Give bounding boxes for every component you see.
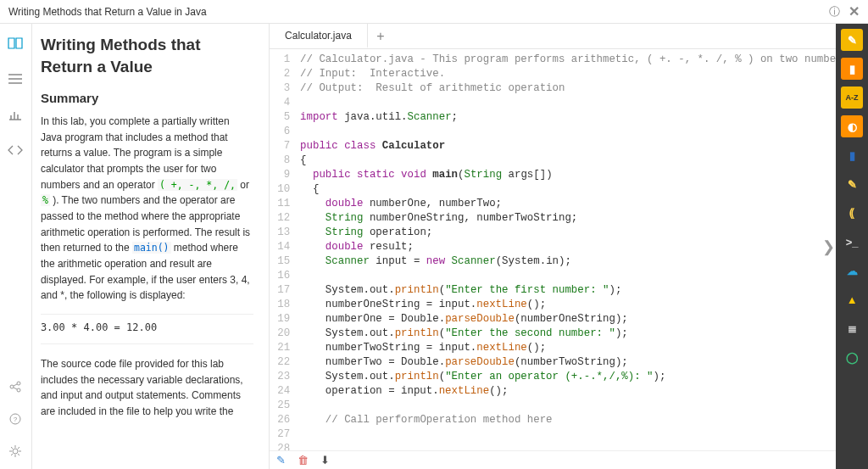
svg-point-1 <box>10 385 14 388</box>
tool-button[interactable]: ◐ <box>841 115 863 137</box>
help-icon[interactable]: ? <box>8 411 23 427</box>
tool-button[interactable]: ≣ <box>841 317 863 339</box>
source-paragraph: The source code file provided for this l… <box>41 356 253 419</box>
svg-point-2 <box>17 388 20 392</box>
editor-pane: Calculator.java + 1234567891011121314151… <box>269 24 836 469</box>
edit-icon[interactable]: ✎ <box>276 454 286 466</box>
example-output: 3.00 * 4.00 = 12.00 <box>41 314 253 344</box>
svg-point-0 <box>17 382 20 385</box>
summary-heading: Summary <box>41 91 253 105</box>
tool-button[interactable]: ◯ <box>841 346 863 368</box>
tool-button[interactable]: ▲ <box>841 288 863 310</box>
title-text: Writing Methods that Return a Value in J… <box>8 6 207 18</box>
tool-button[interactable]: A-Z <box>841 87 863 109</box>
svg-point-5 <box>13 449 18 454</box>
book-icon[interactable] <box>8 36 23 51</box>
editor-tabs: Calculator.java + <box>270 24 836 49</box>
page-title: Writing Methods that Return a Value <box>41 34 253 77</box>
tool-button[interactable]: ▮ <box>841 58 863 80</box>
close-icon[interactable]: ✕ <box>849 3 860 20</box>
editor-toolbar: ✎ 🗑 ⬇ <box>270 450 836 469</box>
trash-icon[interactable]: 🗑 <box>298 454 309 466</box>
left-rail: ? <box>0 24 32 469</box>
gear-icon[interactable] <box>8 444 23 459</box>
scroll-indicator[interactable]: ❯ <box>822 237 835 256</box>
titlebar: Writing Methods that Return a Value in J… <box>0 0 868 24</box>
tool-button[interactable]: ▮ <box>841 144 863 166</box>
chart-icon[interactable] <box>8 107 23 122</box>
tool-button[interactable]: ☁ <box>841 260 863 282</box>
tool-button[interactable]: ✎ <box>841 173 863 195</box>
right-rail: ✎▮A-Z◐▮✎⸨>_☁▲≣◯ <box>836 24 868 469</box>
list-icon[interactable] <box>8 71 23 87</box>
download-icon[interactable]: ⬇ <box>320 454 330 466</box>
tab-add[interactable]: + <box>368 24 393 48</box>
tool-button[interactable]: >_ <box>841 231 863 253</box>
svg-text:?: ? <box>14 416 18 423</box>
line-gutter: 1234567891011121314151617181920212223242… <box>270 49 295 469</box>
tab-calculator[interactable]: Calculator.java <box>270 24 368 48</box>
code-lines[interactable]: // Calculator.java - This program perfor… <box>295 49 836 469</box>
instructions-panel: Writing Methods that Return a Value Summ… <box>32 24 269 469</box>
share-icon[interactable] <box>8 379 23 394</box>
info-icon[interactable]: ⓘ <box>829 4 840 20</box>
summary-paragraph: In this lab, you complete a partially wr… <box>41 114 253 304</box>
tool-button[interactable]: ✎ <box>841 29 863 51</box>
tool-button[interactable]: ⸨ <box>841 202 863 224</box>
code-icon[interactable] <box>8 142 23 158</box>
code-editor[interactable]: 1234567891011121314151617181920212223242… <box>270 49 836 469</box>
